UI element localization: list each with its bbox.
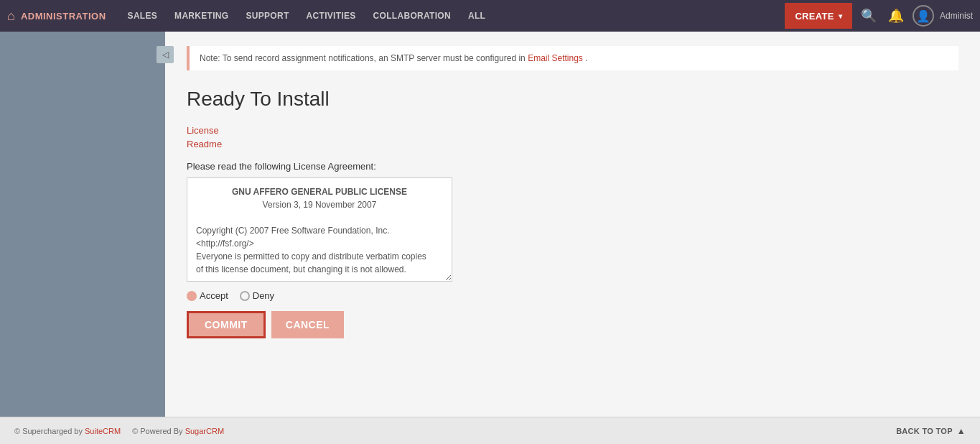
footer-left: © Supercharged by SuiteCRM © Powered By …	[14, 427, 224, 435]
brand-label[interactable]: ADMINISTRATION	[21, 11, 106, 22]
cancel-button[interactable]: CANCEL	[271, 311, 344, 338]
action-buttons: COMMIT CANCEL	[187, 311, 958, 338]
dropdown-arrow-icon: ▾	[839, 12, 842, 20]
nav-collaboration[interactable]: COLLABORATION	[366, 0, 458, 32]
top-navigation: ⌂ ADMINISTRATION SALES MARKETING SUPPORT…	[0, 0, 980, 32]
license-section-label: Please read the following License Agreem…	[187, 161, 958, 172]
up-arrow-icon: ▲	[957, 426, 966, 436]
note-bar: Note: To send record assignment notifica…	[187, 46, 958, 70]
nav-all[interactable]: ALL	[461, 0, 493, 32]
sidebar: ◁	[0, 32, 165, 417]
back-to-top[interactable]: BACK TO TOP ▲	[896, 426, 966, 436]
nav-items: SALES MARKETING SUPPORT ACTIVITIES COLLA…	[121, 0, 785, 32]
nav-activities[interactable]: ACTIVITIES	[299, 0, 363, 32]
create-button[interactable]: CREATE ▾	[785, 3, 852, 29]
accept-deny-group: Accept Deny	[187, 290, 958, 301]
search-icon[interactable]: 🔍	[858, 5, 879, 27]
commit-button[interactable]: COMMIT	[187, 311, 266, 338]
accept-label: Accept	[200, 290, 228, 301]
deny-label: Deny	[253, 290, 274, 301]
nav-support[interactable]: SUPPORT	[238, 0, 296, 32]
license-body: Copyright (C) 2007 Free Software Foundat…	[196, 226, 426, 274]
back-to-top-label: BACK TO TOP	[896, 427, 953, 435]
nav-right: CREATE ▾ 🔍 🔔 👤 Administ	[785, 3, 973, 29]
suitecrm-link[interactable]: SuiteCRM	[85, 427, 121, 435]
user-label: Administ	[940, 11, 973, 21]
license-link[interactable]: License	[187, 125, 958, 136]
nav-sales[interactable]: SALES	[121, 0, 165, 32]
footer: © Supercharged by SuiteCRM © Powered By …	[0, 417, 980, 444]
create-label: CREATE	[795, 11, 834, 22]
license-text-box[interactable]: GNU AFFERO GENERAL PUBLIC LICENSE Versio…	[187, 177, 452, 282]
note-text-after: .	[585, 53, 587, 63]
deny-radio[interactable]	[240, 291, 250, 301]
note-text-before: Note: To send record assignment notifica…	[200, 53, 528, 63]
readme-link[interactable]: Readme	[187, 139, 958, 149]
accept-radio[interactable]	[187, 291, 197, 301]
accept-option[interactable]: Accept	[187, 290, 228, 301]
main-wrapper: ◁ Note: To send record assignment notifi…	[0, 32, 980, 417]
notifications-icon[interactable]: 🔔	[885, 5, 907, 27]
sugarcrm-link[interactable]: SugarCRM	[185, 427, 224, 435]
deny-option[interactable]: Deny	[240, 290, 274, 301]
powered-label: © Powered By SugarCRM	[132, 427, 224, 435]
nav-marketing[interactable]: MARKETING	[167, 0, 235, 32]
user-avatar[interactable]: 👤	[913, 5, 934, 27]
license-section: Please read the following License Agreem…	[187, 161, 958, 282]
license-title: GNU AFFERO GENERAL PUBLIC LICENSE Versio…	[196, 185, 443, 211]
content-area: Note: To send record assignment notifica…	[165, 32, 980, 417]
sidebar-toggle[interactable]: ◁	[157, 46, 174, 63]
supercharged-label: © Supercharged by SuiteCRM	[14, 427, 121, 435]
home-icon[interactable]: ⌂	[7, 9, 15, 24]
email-settings-link[interactable]: Email Settings	[528, 53, 583, 63]
page-title: Ready To Install	[187, 88, 958, 111]
